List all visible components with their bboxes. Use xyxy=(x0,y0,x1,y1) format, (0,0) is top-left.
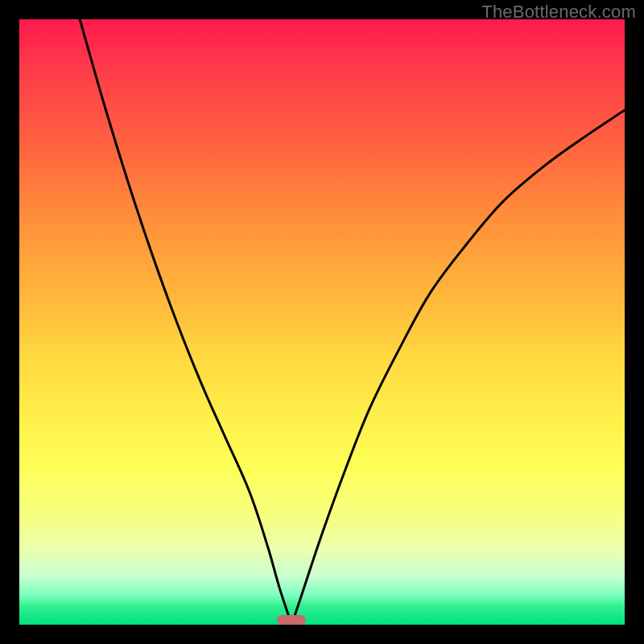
vertex-marker xyxy=(277,615,306,625)
curves-svg xyxy=(19,19,625,625)
plot-area xyxy=(19,19,625,625)
watermark-text: TheBottleneck.com xyxy=(481,2,636,23)
left-curve xyxy=(80,19,291,625)
right-curve xyxy=(291,110,625,625)
